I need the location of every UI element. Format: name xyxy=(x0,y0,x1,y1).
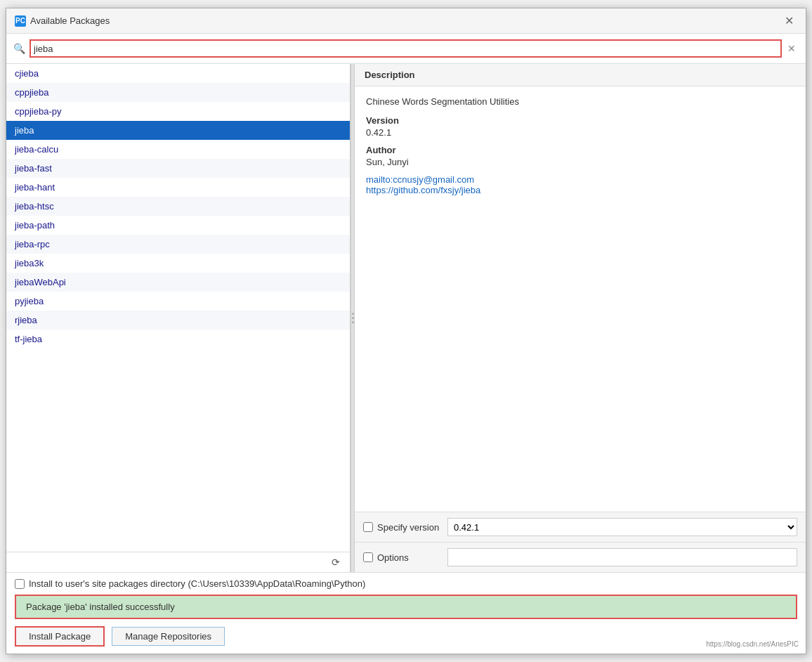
install-checkbox-row: Install to user's site packages director… xyxy=(6,573,806,595)
package-list-item[interactable]: jieba-rpc xyxy=(6,235,350,254)
email-link[interactable]: mailto:ccnusjy@gmail.com xyxy=(366,174,794,185)
options-input[interactable] xyxy=(447,548,797,566)
button-row: Install Package Manage Repositories xyxy=(6,619,806,654)
package-list: cjiebacppjiebacppjieba-pyjiebajieba-calc… xyxy=(6,64,350,552)
title-bar-left: PC Available Packages xyxy=(15,15,110,27)
splitter-dot-1 xyxy=(352,313,354,315)
github-link[interactable]: https://github.com/fxsjy/jieba xyxy=(366,185,794,195)
package-list-item[interactable]: jieba-fast xyxy=(6,159,350,178)
specify-version-label[interactable]: Specify version xyxy=(363,522,440,533)
options-text: Options xyxy=(377,552,409,563)
package-list-item[interactable]: cjieba xyxy=(6,64,350,83)
dialog-title: Available Packages xyxy=(30,15,110,26)
version-value: 0.42.1 xyxy=(366,127,794,138)
search-clear-button[interactable]: ✕ xyxy=(785,41,799,56)
splitter-dot-2 xyxy=(352,317,354,319)
search-bar: 🔍 ✕ xyxy=(6,34,806,64)
main-content: cjiebacppjiebacppjieba-pyjiebajieba-calc… xyxy=(6,64,806,572)
package-list-item[interactable]: jieba3k xyxy=(6,254,350,273)
search-icon: 🔍 xyxy=(13,43,25,54)
options-label[interactable]: Options xyxy=(363,552,440,563)
version-options-bar: Specify version 0.42.1 Options xyxy=(355,512,806,572)
specify-version-checkbox[interactable] xyxy=(363,522,373,532)
specify-version-text: Specify version xyxy=(377,522,439,533)
search-input[interactable] xyxy=(30,39,782,58)
options-row: Options xyxy=(355,543,806,572)
splitter-dot-3 xyxy=(352,321,354,323)
install-to-user-checkbox[interactable] xyxy=(15,579,25,589)
author-value: Sun, Junyi xyxy=(366,157,794,167)
author-label: Author xyxy=(366,145,794,155)
package-list-item[interactable]: rjieba xyxy=(6,311,350,330)
version-select[interactable]: 0.42.1 xyxy=(447,518,797,536)
options-checkbox[interactable] xyxy=(363,552,373,562)
package-list-item[interactable]: jieba-path xyxy=(6,216,350,235)
bottom-section: Install to user's site packages director… xyxy=(6,572,806,654)
package-list-item[interactable]: cppjieba-py xyxy=(6,102,350,121)
package-list-item[interactable]: jieba-htsc xyxy=(6,197,350,216)
package-list-item[interactable]: jiebaWebApi xyxy=(6,273,350,292)
manage-repositories-button[interactable]: Manage Repositories xyxy=(112,627,225,646)
package-list-item[interactable]: pyjieba xyxy=(6,292,350,311)
package-list-item[interactable]: cppjieba xyxy=(6,83,350,102)
close-button[interactable]: ✕ xyxy=(780,13,797,30)
success-message-bar: Package 'jieba' installed successfully xyxy=(15,595,797,619)
available-packages-dialog: PC Available Packages ✕ 🔍 ✕ cjiebacppjie… xyxy=(6,8,806,654)
install-to-user-label[interactable]: Install to user's site packages director… xyxy=(15,578,365,589)
description-content: Chinese Words Segmentation Utilities Ver… xyxy=(355,86,806,512)
success-message-text: Package 'jieba' installed successfully xyxy=(26,602,175,612)
package-summary: Chinese Words Segmentation Utilities xyxy=(366,96,794,107)
package-list-item[interactable]: jieba-calcu xyxy=(6,140,350,159)
refresh-button[interactable]: ⟳ xyxy=(327,555,344,569)
package-list-item[interactable]: tf-jieba xyxy=(6,330,350,349)
pycharm-icon: PC xyxy=(15,15,26,27)
package-list-panel: cjiebacppjiebacppjieba-pyjiebajieba-calc… xyxy=(6,64,351,572)
description-header: Description xyxy=(355,64,806,86)
title-bar: PC Available Packages ✕ xyxy=(6,8,806,34)
version-row: Specify version 0.42.1 xyxy=(355,512,806,543)
install-package-button[interactable]: Install Package xyxy=(15,626,105,647)
package-list-item[interactable]: jieba-hant xyxy=(6,178,350,197)
refresh-area: ⟳ xyxy=(6,552,350,572)
version-label: Version xyxy=(366,115,794,126)
description-panel: Description Chinese Words Segmentation U… xyxy=(355,64,806,572)
watermark-text: https://blog.csdn.net/AnesPIC xyxy=(706,640,799,648)
package-list-item[interactable]: jieba xyxy=(6,121,350,140)
install-to-user-text: Install to user's site packages director… xyxy=(29,578,365,589)
